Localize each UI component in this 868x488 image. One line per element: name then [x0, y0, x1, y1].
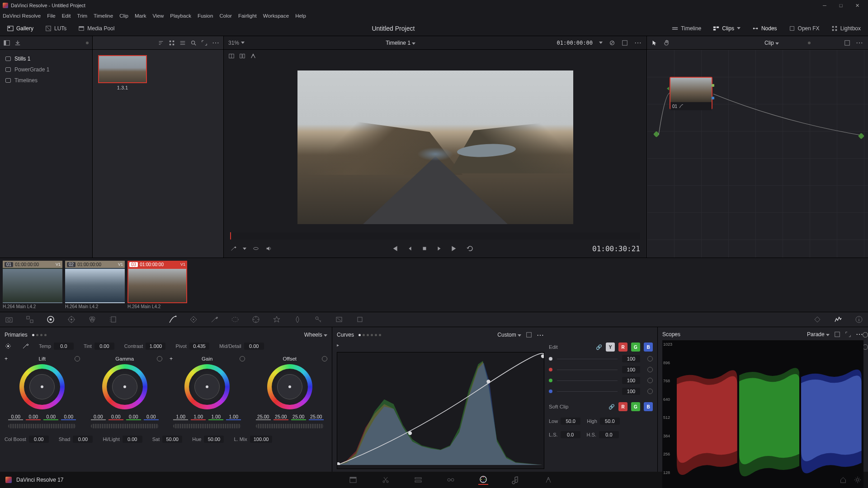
lift-reset[interactable] — [75, 356, 80, 361]
menu-clip[interactable]: Clip — [119, 13, 128, 19]
pal-curves[interactable] — [168, 315, 177, 324]
sidebar-item-powergrade[interactable]: PowerGrade 1 — [0, 64, 92, 75]
page-fusion[interactable] — [446, 475, 456, 485]
menu-fusion[interactable]: Fusion — [198, 13, 213, 19]
last-frame-icon[interactable] — [450, 244, 458, 253]
node-more-icon[interactable]: ⋯ — [856, 38, 863, 47]
minimize-button[interactable]: ─ — [816, 0, 833, 11]
menu-fairlight[interactable]: Fairlight — [238, 13, 257, 19]
offset-wheel[interactable]: Offset 25.0025.0025.0025.00 — [252, 356, 328, 428]
gain-wheel[interactable]: +Gain 1.001.001.001.00 — [170, 356, 245, 428]
softclip-high[interactable]: High50.0 — [587, 418, 620, 425]
node-expand-icon[interactable] — [844, 40, 850, 46]
picker-dropdown[interactable] — [243, 248, 246, 250]
curve-editor[interactable] — [337, 352, 544, 469]
gamma-jog[interactable] — [91, 424, 159, 428]
fullscreen-icon[interactable] — [622, 40, 628, 46]
tab-lightbox[interactable]: Lightbox — [828, 23, 864, 33]
scope-expand-icon[interactable] — [845, 331, 851, 338]
maximize-button[interactable]: □ — [833, 0, 849, 11]
first-frame-icon[interactable] — [391, 244, 399, 253]
speaker-icon[interactable] — [265, 245, 272, 252]
page-edit[interactable] — [413, 475, 423, 485]
loop-icon[interactable] — [467, 245, 474, 252]
scopes-mode[interactable]: Parade — [807, 331, 830, 338]
pal-rgb-mixer[interactable] — [88, 315, 97, 324]
softclip-link-icon[interactable]: 🔗 — [609, 404, 615, 410]
tab-clips[interactable]: Clips — [709, 23, 744, 33]
curves-reset[interactable] — [863, 332, 868, 338]
pal-color-match[interactable] — [25, 315, 34, 324]
pivot-input[interactable]: Pivot0.435 — [175, 343, 209, 350]
pal-key[interactable] — [314, 315, 323, 324]
tab-gallery[interactable]: Gallery — [4, 23, 37, 33]
pal-blur[interactable] — [293, 315, 302, 324]
pal-magic-mask[interactable] — [272, 315, 281, 324]
tab-media-pool[interactable]: Media Pool — [75, 23, 118, 33]
page-media[interactable] — [348, 475, 358, 485]
pal-motion[interactable] — [108, 315, 118, 324]
chan-b-button[interactable]: B — [644, 343, 653, 352]
play-icon[interactable] — [436, 245, 442, 252]
menu-workspace[interactable]: Workspace — [263, 13, 289, 19]
node-01[interactable]: 01 — [670, 77, 712, 109]
more-icon[interactable]: ⋯ — [212, 38, 220, 47]
softclip-ls[interactable]: L.S.0.0 — [549, 431, 580, 438]
menu-playback[interactable]: Playback — [170, 13, 191, 19]
pal-keyframes[interactable] — [813, 315, 822, 324]
primaries-mode[interactable]: Wheels — [304, 332, 327, 338]
auto-balance-icon[interactable] — [5, 343, 12, 350]
pal-tracker[interactable] — [251, 315, 260, 324]
stop-icon[interactable] — [421, 245, 428, 252]
menu-mark[interactable]: Mark — [135, 13, 146, 19]
zoom-combo[interactable]: 31% — [228, 40, 245, 46]
offset-jog[interactable] — [256, 424, 324, 428]
pal-primaries[interactable] — [46, 315, 55, 324]
grid-view-icon[interactable] — [169, 40, 175, 46]
lift-wheel[interactable]: +Lift 0.000.000.000.00 — [5, 356, 80, 428]
menu-resolve[interactable]: DaVinci Resolve — [3, 13, 41, 19]
shad-input[interactable]: Shad0.00 — [59, 436, 93, 443]
page-deliver[interactable] — [543, 475, 553, 485]
sat-input[interactable]: Sat50.00 — [152, 436, 183, 443]
lift-jog[interactable] — [8, 424, 76, 428]
node-input[interactable] — [653, 131, 660, 137]
tab-timeline[interactable]: Timeline — [668, 23, 705, 33]
pointer-icon[interactable] — [651, 40, 658, 46]
gain-picker-icon[interactable]: + — [170, 356, 173, 362]
expand-icon[interactable] — [201, 40, 208, 46]
intensity-y[interactable]: 100 — [549, 355, 653, 362]
unmix-icon[interactable] — [253, 245, 259, 252]
pal-camera-raw[interactable] — [5, 315, 14, 324]
sidebar-item-timelines[interactable]: Timelines — [0, 75, 92, 86]
pal-window[interactable] — [231, 315, 240, 324]
hue-input[interactable]: Hue50.00 — [192, 436, 224, 443]
pal-sizing[interactable] — [335, 315, 344, 324]
page-cut[interactable] — [381, 475, 391, 485]
tint-input[interactable]: Tint0.00 — [84, 343, 114, 350]
softclip-low[interactable]: Low50.0 — [549, 418, 580, 425]
scope-layout-icon[interactable] — [834, 331, 840, 338]
intensity-b[interactable]: 100 — [549, 388, 653, 395]
sc-g-button[interactable]: G — [631, 402, 640, 411]
chan-r-button[interactable]: R — [618, 343, 627, 352]
settings-button[interactable] — [853, 475, 863, 485]
menu-timeline[interactable]: Timeline — [94, 13, 113, 19]
still-thumb[interactable]: 1.3.1 — [98, 55, 147, 90]
clip-thumb-02[interactable]: 0201:00:00:00V1 H.264 Main L4.2 — [65, 261, 125, 309]
record-tc[interactable]: 01:00:00:00 — [557, 40, 593, 46]
softclip-hs[interactable]: H.S.0.0 — [587, 431, 619, 438]
page-color[interactable] — [478, 475, 488, 485]
menu-color[interactable]: Color — [219, 13, 231, 19]
sidebar-item-stills[interactable]: Stills 1 — [0, 53, 92, 64]
white-balance-picker-icon[interactable] — [22, 343, 29, 350]
mid-detail-input[interactable]: Mid/Detail0.00 — [219, 343, 264, 350]
edit-link-icon[interactable]: 🔗 — [596, 344, 602, 350]
node-mode[interactable]: Clip — [764, 40, 779, 46]
bypass-icon[interactable] — [609, 40, 615, 46]
curves-mode[interactable]: Custom — [497, 332, 521, 338]
pal-warper[interactable] — [189, 315, 198, 324]
hand-icon[interactable] — [663, 39, 670, 47]
sort-icon[interactable] — [158, 40, 164, 46]
grab-still-icon[interactable] — [14, 40, 21, 46]
